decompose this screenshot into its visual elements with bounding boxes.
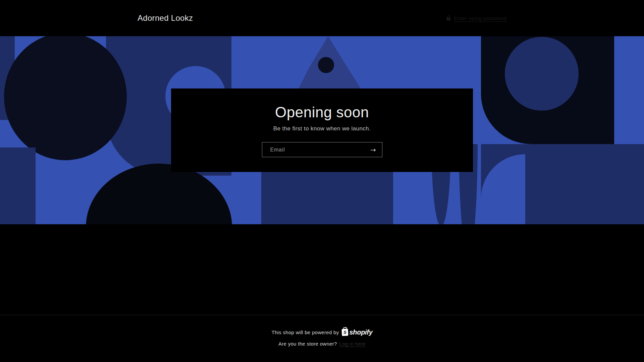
banner-shape-sun-circle (318, 57, 334, 73)
banner-shape-navy-circle-right (505, 37, 579, 111)
enter-password-link[interactable]: Enter using password (446, 15, 506, 21)
header: Adorned Lookz Enter using password (0, 0, 644, 36)
powered-by-text: This shop will be powered by (271, 329, 339, 335)
opening-soon-title: Opening soon (171, 104, 473, 121)
launch-subtitle: Be the first to know when we launch. (171, 125, 473, 132)
opening-soon-panel: Opening soon Be the first to know when w… (171, 88, 473, 172)
store-title: Adorned Lookz (138, 13, 193, 23)
shopify-logo[interactable]: S shopify (342, 328, 372, 336)
powered-by-row: This shop will be powered by S shopify (271, 328, 372, 336)
arrow-right-icon: → (370, 146, 376, 154)
login-link[interactable]: Log in here (339, 341, 366, 347)
email-submit-button[interactable]: → (365, 142, 382, 157)
banner-shape-navy-below-modal (261, 169, 393, 224)
lock-icon (446, 15, 451, 21)
shopify-wordmark: shopify (349, 328, 372, 336)
banner-shape-blue-column-right (614, 36, 644, 144)
email-signup-form: → (262, 142, 382, 157)
shopify-bag-icon: S (342, 329, 348, 336)
enter-password-label: Enter using password (454, 15, 506, 21)
owner-row: Are you the store owner? Log in here (278, 341, 366, 347)
hero-banner: Opening soon Be the first to know when w… (0, 36, 644, 224)
banner-shape-dark-blob (4, 36, 127, 160)
email-input[interactable] (262, 142, 365, 157)
footer: This shop will be powered by S shopify A… (0, 315, 644, 362)
banner-shape-navy-bottom-left (0, 147, 36, 224)
owner-question-text: Are you the store owner? (278, 341, 337, 347)
